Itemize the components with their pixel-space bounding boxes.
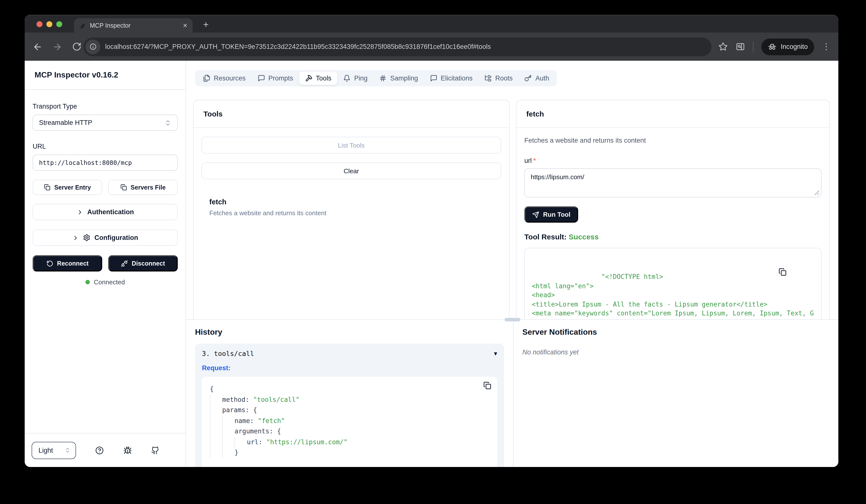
- mcp-favicon-icon: [79, 22, 86, 29]
- tab-resources[interactable]: Resources: [197, 70, 252, 86]
- configuration-toggle[interactable]: Configuration: [33, 229, 178, 246]
- chevrons-up-down-icon: [164, 119, 171, 126]
- tab-ping[interactable]: Ping: [337, 70, 374, 86]
- history-entry-header[interactable]: 3. tools/call ▼: [202, 349, 497, 357]
- tab-close-icon[interactable]: ✕: [183, 22, 188, 29]
- url-param-textarea[interactable]: https://lipsum.com/: [524, 168, 822, 198]
- list-tools-button[interactable]: List Tools: [201, 137, 501, 154]
- top-region: Resources Prompts Tools Ping: [186, 61, 839, 320]
- history-entry: 3. tools/call ▼ Request: { method:"tools…: [195, 344, 504, 467]
- collapse-icon[interactable]: ▼: [494, 350, 497, 357]
- detail-panel-title: fetch: [517, 100, 830, 128]
- tools-panel-title: Tools: [193, 100, 509, 128]
- browser-titlebar: MCP Inspector ✕ +: [25, 15, 839, 33]
- zoom-window-button[interactable]: [56, 21, 62, 27]
- incognito-badge: Incognito: [761, 38, 814, 55]
- json-brace: {: [253, 405, 257, 415]
- github-icon[interactable]: [151, 446, 159, 455]
- indent-guide: [210, 437, 222, 447]
- minimize-window-button[interactable]: [46, 21, 52, 27]
- configuration-label: Configuration: [95, 234, 138, 242]
- app-title: MCP Inspector v0.16.2: [25, 61, 186, 90]
- copy-result-button[interactable]: [779, 253, 815, 291]
- json-brace: {: [277, 426, 281, 437]
- main-area: Resources Prompts Tools Ping: [186, 61, 839, 467]
- tab-elicitations[interactable]: Elicitations: [424, 70, 478, 86]
- authentication-label: Authentication: [87, 208, 134, 216]
- indent-guide: [234, 437, 247, 447]
- history-title: History: [195, 328, 504, 337]
- back-icon[interactable]: [33, 42, 43, 52]
- bug-icon[interactable]: [123, 446, 132, 455]
- tool-result-output[interactable]: "<!DOCTYPE html> <html lang="en"> <head>…: [524, 248, 822, 320]
- json-value: "tools/call": [253, 394, 300, 405]
- theme-select[interactable]: Light: [32, 441, 76, 459]
- unplug-icon: [121, 260, 128, 267]
- request-json-block[interactable]: { method:"tools/call" params:{ name:"fet…: [202, 377, 497, 467]
- servers-file-label: Servers File: [131, 184, 166, 191]
- indent-guide: [222, 415, 234, 426]
- toolbar-right: Incognito ⋮: [718, 38, 831, 55]
- message-square-icon: [430, 75, 437, 82]
- tool-name: fetch: [209, 198, 493, 206]
- json-key: params:: [222, 405, 249, 415]
- address-bar[interactable]: localhost:6274/?MCP_PROXY_AUTH_TOKEN=9e7…: [84, 37, 711, 56]
- toolbar-separator: [753, 41, 753, 52]
- section-tabbar: Resources Prompts Tools Ping: [195, 70, 557, 86]
- rotate-ccw-icon: [46, 260, 53, 267]
- server-url-input[interactable]: http://localhost:8080/mcp: [33, 155, 178, 171]
- tab-label: Ping: [354, 75, 368, 82]
- browser-tab[interactable]: MCP Inspector ✕: [74, 18, 192, 33]
- json-value: "https://lipsum.com/": [266, 437, 347, 447]
- tab-label: Tools: [316, 75, 332, 82]
- authentication-toggle[interactable]: Authentication: [33, 204, 178, 220]
- message-square-icon: [257, 75, 265, 82]
- pane-resize-handle[interactable]: [504, 318, 520, 321]
- indent-guide: [210, 426, 222, 437]
- server-url-value: http://localhost:8080/mcp: [39, 159, 132, 166]
- servers-file-button[interactable]: Servers File: [108, 180, 178, 195]
- new-tab-button[interactable]: +: [199, 18, 212, 31]
- chevron-right-icon: [72, 234, 79, 241]
- send-icon: [532, 211, 539, 218]
- forward-icon[interactable]: [52, 42, 62, 52]
- reload-icon[interactable]: [72, 42, 81, 51]
- json-key: arguments:: [234, 426, 273, 437]
- copy-request-button[interactable]: [484, 382, 491, 390]
- indent-guide: [210, 405, 222, 415]
- side-panel-search-icon[interactable]: [736, 42, 745, 51]
- help-icon[interactable]: [96, 446, 104, 455]
- url-param-value: https://lipsum.com/: [531, 173, 584, 181]
- server-entry-button[interactable]: Server Entry: [33, 180, 102, 195]
- tab-auth[interactable]: Auth: [519, 70, 555, 86]
- clear-tools-button[interactable]: Clear: [201, 163, 501, 179]
- tool-list-item[interactable]: fetch Fetches a website and returns its …: [201, 198, 501, 217]
- request-label: Request:: [202, 364, 497, 372]
- connected-dot-icon: [86, 280, 90, 284]
- json-key: url:: [247, 437, 263, 447]
- disconnect-button[interactable]: Disconnect: [108, 255, 178, 271]
- close-window-button[interactable]: [36, 21, 43, 27]
- server-notifications-title: Server Notifications: [522, 328, 830, 337]
- run-tool-label: Run Tool: [543, 211, 570, 218]
- sidebar: MCP Inspector v0.16.2 Transport Type Str…: [25, 61, 186, 467]
- transport-type-select[interactable]: Streamable HTTP: [33, 114, 178, 131]
- tab-prompts[interactable]: Prompts: [252, 70, 299, 86]
- tab-roots[interactable]: Roots: [478, 70, 519, 86]
- url-param-label: url: [524, 157, 532, 164]
- browser-window: MCP Inspector ✕ + localhost:6274/?MCP_PR…: [25, 15, 839, 467]
- tool-result-status: Success: [568, 233, 599, 241]
- bookmark-star-icon[interactable]: [718, 42, 728, 51]
- run-tool-button[interactable]: Run Tool: [524, 206, 578, 223]
- site-info-icon[interactable]: [86, 39, 100, 54]
- incognito-icon: [768, 42, 777, 51]
- browser-menu-icon[interactable]: ⋮: [822, 42, 831, 52]
- reconnect-button[interactable]: Reconnect: [33, 255, 102, 271]
- resize-handle-icon[interactable]: [814, 190, 820, 195]
- tool-result-label: Tool Result:: [524, 233, 567, 241]
- copy-icon: [120, 184, 127, 191]
- tool-result-text: "<!DOCTYPE html> <html lang="en"> <head>…: [532, 273, 814, 320]
- tab-tools[interactable]: Tools: [299, 71, 337, 85]
- copy-icon: [779, 268, 787, 276]
- tab-sampling[interactable]: Sampling: [374, 70, 424, 86]
